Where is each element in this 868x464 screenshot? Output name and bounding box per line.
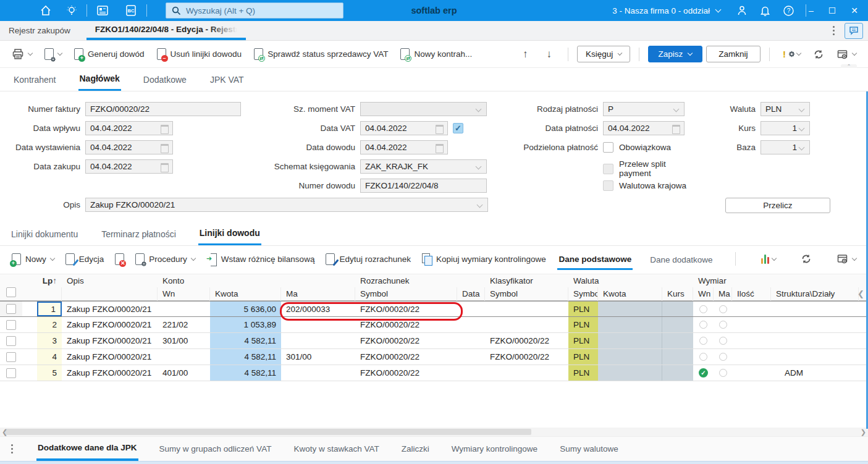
- lp-cell[interactable]: 3: [37, 333, 62, 348]
- colgroup-wymiar[interactable]: Wymiar: [693, 276, 859, 285]
- comments-button[interactable]: [845, 23, 863, 39]
- opis-dropdown[interactable]: Zakup FZKO/00020/21: [85, 198, 488, 212]
- col-opis[interactable]: Opis: [62, 276, 158, 285]
- col-struktura[interactable]: Struktura\Działy: [771, 287, 859, 301]
- tab-dodatkowe[interactable]: Dodatkowe: [142, 68, 188, 91]
- numer-faktury-field[interactable]: FZKO/00020/22: [85, 102, 241, 116]
- lp-cell[interactable]: 1: [37, 302, 62, 316]
- new-contractor-button[interactable]: ⇄ Nowy kontrah...: [396, 45, 476, 63]
- wymiar-ma-radio[interactable]: [719, 321, 727, 329]
- wymiar-wn-checked-icon[interactable]: ✓: [699, 368, 708, 378]
- col-wal-kwota[interactable]: Kwota: [598, 287, 662, 301]
- delete-doc-lines-button[interactable]: – Usuń linijki dowodu: [153, 45, 246, 63]
- data-vat-field[interactable]: 04.04.2022: [360, 121, 448, 135]
- wymiar-wn-radio[interactable]: [699, 321, 707, 329]
- row-checkbox[interactable]: [6, 304, 16, 314]
- tab-active-document[interactable]: FZKO1/140/22/04/8 - Edycja - Rejestr: [86, 21, 246, 40]
- col-wal-symbol[interactable]: Symbol: [568, 287, 598, 301]
- save-button[interactable]: Zapisz: [648, 46, 702, 62]
- col-rozr-data[interactable]: Data: [457, 287, 485, 301]
- grid-settings-button[interactable]: [832, 46, 861, 63]
- move-up-button[interactable]: ↑: [515, 47, 536, 62]
- scroll-left-icon[interactable]: ❮: [857, 289, 864, 298]
- col-konto-ma[interactable]: Ma: [281, 287, 355, 301]
- tab-linijki-dowodu[interactable]: Linijki dowodu: [198, 222, 261, 245]
- wymiar-ma-radio[interactable]: [719, 337, 727, 345]
- row-checkbox[interactable]: [6, 368, 16, 378]
- tab-sumy-grupy-vat[interactable]: Sumy w grupach odliczeń VAT: [158, 437, 273, 461]
- tab-dane-podstawowe[interactable]: Dane podstawowe: [557, 248, 633, 270]
- kurs-field[interactable]: 1: [761, 121, 810, 135]
- tab-rejestr-zakupow[interactable]: Rejestr zakupów: [0, 21, 79, 40]
- scroll-right-icon[interactable]: ❯: [859, 428, 868, 436]
- wymiar-wn-radio[interactable]: [699, 353, 707, 361]
- col-wym-ma[interactable]: Ma: [714, 287, 732, 301]
- news-icon[interactable]: [96, 0, 109, 21]
- tab-linijki-dokumentu[interactable]: Linijki dokumentu: [10, 222, 79, 245]
- row-checkbox[interactable]: [6, 320, 16, 330]
- help-icon[interactable]: ?: [783, 0, 794, 21]
- scroll-left-icon[interactable]: ❮: [0, 428, 9, 436]
- wymiar-ma-radio[interactable]: [719, 305, 727, 313]
- col-wym-wn[interactable]: Wn: [693, 287, 714, 301]
- tab-wymiary-kontrolingowe[interactable]: Wymiary kontrolingowe: [450, 437, 539, 461]
- przelew-split-checkbox[interactable]: [603, 164, 613, 174]
- data-vat-checkbox[interactable]: ✓: [453, 123, 463, 133]
- tab-kontrahent[interactable]: Kontrahent: [12, 68, 57, 91]
- table-row[interactable]: 4 Zakup FZKO/00020/21 4 582,11 301/00 FZ…: [0, 349, 868, 365]
- wymiar-wn-radio[interactable]: [699, 337, 707, 345]
- search-input[interactable]: Wyszukaj (Alt + Q): [166, 2, 343, 19]
- colgroup-klasyfikator[interactable]: Klasyfikator: [485, 276, 568, 285]
- data-wystawienia-field[interactable]: 04.04.2022: [85, 140, 173, 154]
- tips-icon[interactable]: [65, 0, 78, 21]
- generate-doc-button[interactable]: + Generuj dowód: [70, 45, 149, 63]
- tab-sumy-walutowe[interactable]: Sumy walutowe: [558, 437, 620, 461]
- close-doc-button[interactable]: Zamknij: [706, 46, 761, 62]
- colgroup-konto[interactable]: Konto: [158, 276, 355, 285]
- copy-dimensions-button[interactable]: Kopiuj wymiary kontrolingowe: [418, 250, 550, 268]
- tab-jpk-vat[interactable]: JPK VAT: [209, 68, 245, 91]
- col-wym-ilosc[interactable]: Ilość: [732, 287, 771, 301]
- print-button[interactable]: [7, 45, 36, 63]
- minimize-button[interactable]: –: [809, 6, 814, 15]
- col-konto-wn[interactable]: Wn: [158, 287, 210, 301]
- data-dowodu-field[interactable]: 04.04.2022: [360, 140, 448, 154]
- colgroup-waluta[interactable]: Waluta: [568, 276, 693, 285]
- notifications-icon[interactable]: [760, 0, 770, 21]
- tab-zaliczki[interactable]: Zaliczki: [400, 437, 431, 461]
- document-settings-button[interactable]: [40, 45, 66, 63]
- col-konto-kwota[interactable]: Kwota: [210, 287, 281, 301]
- wymiar-wn-radio[interactable]: [699, 305, 707, 313]
- company-selector[interactable]: 3 - Nasza firma 0 - oddział: [612, 6, 720, 15]
- numer-dowodu-field[interactable]: FZKO1/140/22/04/8: [360, 179, 487, 193]
- tab-terminarz-platnosci[interactable]: Terminarz płatności: [100, 222, 177, 245]
- move-down-button[interactable]: ↓: [539, 47, 560, 62]
- user-icon[interactable]: [736, 0, 748, 21]
- chart-view-button[interactable]: [757, 251, 781, 267]
- wymiar-ma-radio[interactable]: [719, 353, 727, 361]
- tab-dane-dodatkowe[interactable]: Dane dodatkowe: [649, 249, 714, 269]
- col-rozr-symbol[interactable]: Symbol: [355, 287, 457, 301]
- data-zakupu-field[interactable]: 04.04.2022: [85, 159, 173, 174]
- refresh-lines-button[interactable]: [796, 250, 816, 268]
- row-checkbox[interactable]: [6, 352, 16, 362]
- select-all-checkbox[interactable]: [6, 287, 16, 297]
- lp-cell[interactable]: 4: [37, 349, 62, 365]
- tab-kwoty-stawki-vat[interactable]: Kwoty w stawkach VAT: [292, 437, 380, 461]
- rodzaj-platnosci-dropdown[interactable]: P: [603, 102, 685, 116]
- colgroup-rozrachunek[interactable]: Rozrachunek: [355, 276, 485, 285]
- maximize-button[interactable]: ☐: [828, 6, 836, 15]
- new-line-button[interactable]: + Nowy: [7, 250, 59, 268]
- menu-icon[interactable]: [12, 7, 26, 15]
- walutowa-krajowa-checkbox[interactable]: [603, 180, 613, 191]
- col-wal-kurs[interactable]: Kurs: [662, 287, 693, 301]
- scrollbar-thumb[interactable]: [5, 429, 531, 435]
- close-button[interactable]: ✕: [851, 6, 858, 15]
- warnings-settings-button[interactable]: !: [778, 46, 805, 62]
- obowiazkowa-checkbox[interactable]: [603, 142, 613, 153]
- lines-grid-settings-button[interactable]: [832, 250, 861, 268]
- insert-balance-diff-button[interactable]: Wstaw różnicę bilansową: [202, 250, 319, 268]
- delete-line-button[interactable]: ✕: [111, 250, 129, 268]
- tab-naglowek[interactable]: Nagłówek: [78, 68, 121, 91]
- col-klas-symbol[interactable]: Symbol: [485, 287, 568, 301]
